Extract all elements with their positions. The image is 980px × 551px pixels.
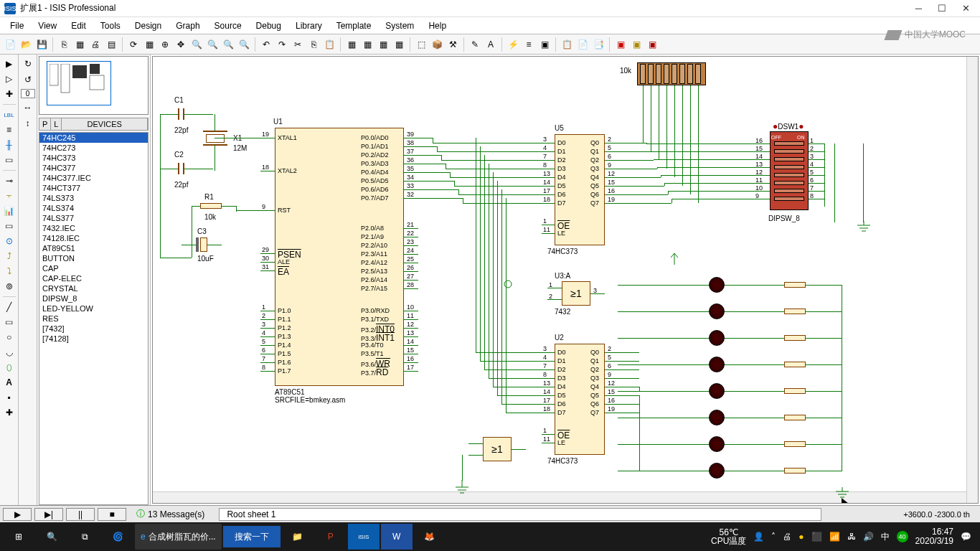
tray-volume-icon[interactable]: 🔊 — [863, 532, 874, 542]
box-icon[interactable]: ▭ — [3, 316, 16, 329]
redo-icon[interactable]: ↷ — [275, 37, 289, 52]
area-icon[interactable]: ▦ — [72, 37, 87, 52]
device-item[interactable]: 74HC377.IEC — [39, 173, 148, 183]
system-icon[interactable]: ▣ — [613, 37, 628, 52]
zoom-out-icon[interactable]: 🔍 — [205, 37, 220, 52]
menu-graph[interactable]: Graph — [170, 19, 205, 32]
decompose-icon[interactable]: ⚒ — [446, 37, 460, 52]
bom-icon[interactable]: 📋 — [560, 37, 574, 52]
save-icon[interactable]: 💾 — [34, 37, 49, 52]
marker-icon[interactable]: ✚ — [3, 406, 16, 419]
arc-icon[interactable]: ◡ — [3, 346, 16, 359]
menu-debug[interactable]: Debug — [250, 19, 287, 32]
people-icon[interactable]: 👤 — [753, 532, 764, 542]
menu-template[interactable]: Template — [331, 19, 377, 32]
probe-i-icon[interactable]: ⤵ — [3, 265, 16, 278]
device-item[interactable]: CAP — [39, 263, 148, 273]
graph-icon[interactable]: 📊 — [3, 204, 16, 217]
device-item[interactable]: 74LS374 — [39, 203, 148, 213]
menu-library[interactable]: Library — [290, 19, 328, 32]
line-icon[interactable]: ╱ — [3, 301, 16, 314]
menu-view[interactable]: View — [32, 19, 62, 32]
menu-help[interactable]: Help — [423, 19, 452, 32]
step-button[interactable]: ▶| — [34, 508, 63, 521]
origin-icon[interactable]: ⊕ — [158, 37, 172, 52]
terminal-icon[interactable]: ⊸ — [3, 174, 16, 187]
tray-shield-icon[interactable]: ● — [798, 532, 804, 542]
tray-wifi-icon[interactable]: 📶 — [829, 532, 840, 542]
pan-icon[interactable]: ✥ — [174, 37, 188, 52]
search-icon[interactable]: 🔍 — [36, 524, 67, 550]
erc-icon[interactable]: ⚡ — [506, 37, 520, 52]
search-button[interactable]: 搜索一下 — [223, 526, 281, 547]
wire-tool-icon[interactable]: ✎ — [468, 37, 482, 52]
device-item[interactable]: LED-YELLOW — [39, 303, 148, 314]
device-item[interactable]: RES — [39, 314, 148, 324]
symbol-icon[interactable]: ▪ — [3, 391, 16, 404]
message-status[interactable]: ⓘ 13 Message(s) — [136, 508, 204, 520]
pick-icon[interactable]: ⬚ — [414, 37, 428, 52]
grid-icon[interactable]: ▦ — [142, 37, 156, 52]
device-item[interactable]: 74128.IEC — [39, 233, 148, 243]
component-icon[interactable]: ▷ — [3, 72, 16, 85]
about-icon[interactable]: ▣ — [645, 37, 659, 52]
refresh-icon[interactable]: ⟳ — [126, 37, 141, 52]
paste-icon[interactable]: 📋 — [322, 37, 336, 52]
menu-design[interactable]: Design — [129, 19, 167, 32]
undo-icon[interactable]: ↶ — [259, 37, 273, 52]
tray-app-icon[interactable]: ⬛ — [811, 532, 822, 542]
overview-window[interactable] — [39, 56, 149, 115]
block-move-icon[interactable]: ▦ — [360, 37, 374, 52]
path-icon[interactable]: ⬯ — [3, 361, 16, 374]
select-icon[interactable]: ▶ — [3, 57, 16, 70]
device-item[interactable]: 74HC377 — [39, 163, 148, 173]
material-icon[interactable]: 📑 — [591, 37, 606, 52]
zoom-in-icon[interactable]: 🔍 — [189, 37, 204, 52]
bus-icon[interactable]: ╫ — [3, 138, 16, 151]
probe-v-icon[interactable]: ⤴ — [3, 250, 16, 263]
device-item[interactable]: 74HC373 — [39, 153, 148, 163]
device-item[interactable]: 74HC245 — [39, 133, 148, 143]
circle-icon[interactable]: ○ — [3, 331, 16, 344]
device-item[interactable]: 74HC273 — [39, 143, 148, 153]
menu-tools[interactable]: Tools — [95, 19, 126, 32]
import-icon[interactable]: ⎘ — [57, 37, 71, 52]
device-item[interactable]: [74128] — [39, 334, 148, 344]
block-delete-icon[interactable]: ▦ — [392, 37, 406, 52]
pin-icon[interactable]: ⫟ — [3, 189, 16, 202]
report-icon[interactable]: 📄 — [575, 37, 590, 52]
device-item[interactable]: AT89C51 — [39, 243, 148, 253]
browser-task[interactable]: e 合成树脂瓦的价... — [135, 524, 222, 550]
wps-icon[interactable]: W — [381, 524, 413, 550]
text-icon[interactable]: A — [3, 376, 16, 389]
flip-h-icon[interactable]: ↔ — [22, 101, 34, 114]
cpu-temp[interactable]: 56℃ CPU温度 — [711, 528, 746, 545]
device-item[interactable]: 74HCT377 — [39, 183, 148, 193]
netlist-icon[interactable]: ≡ — [522, 37, 536, 52]
device-item[interactable]: [7432] — [39, 324, 148, 334]
device-item[interactable]: DIPSW_8 — [39, 293, 148, 303]
cut-icon[interactable]: ✂ — [291, 37, 305, 52]
schematic-canvas[interactable]: U1AT89C51SRCFILE=bmkey.asm19XTAL118XTAL2… — [152, 56, 979, 504]
ares-icon[interactable]: ▣ — [537, 37, 552, 52]
play-button[interactable]: ▶ — [3, 508, 32, 521]
angle-input[interactable] — [21, 89, 35, 98]
open-icon[interactable]: 📂 — [19, 37, 33, 52]
pause-button[interactable]: || — [66, 508, 95, 521]
new-icon[interactable]: 📄 — [3, 37, 17, 52]
powerpoint-icon[interactable]: P — [315, 524, 347, 550]
menu-edit[interactable]: Edit — [65, 19, 92, 32]
start-button[interactable]: ⊞ — [3, 524, 34, 550]
sheet-name[interactable]: Root sheet 1 — [219, 508, 821, 521]
clock[interactable]: 16:47 2020/3/19 — [915, 527, 953, 546]
generator-icon[interactable]: ⊙ — [3, 235, 16, 248]
zoom-all-icon[interactable]: 🔍 — [221, 37, 235, 52]
rotate-ccw-icon[interactable]: ↺ — [22, 73, 34, 86]
device-item[interactable]: CRYSTAL — [39, 283, 148, 293]
device-item[interactable]: CAP-ELEC — [39, 273, 148, 283]
junction-icon[interactable]: ✚ — [3, 88, 16, 100]
close-button[interactable]: ✕ — [962, 3, 970, 14]
maximize-button[interactable]: ☐ — [938, 3, 946, 14]
tray-printer-icon[interactable]: 🖨 — [783, 532, 791, 542]
tray-badge-icon[interactable]: 40 — [897, 531, 908, 542]
